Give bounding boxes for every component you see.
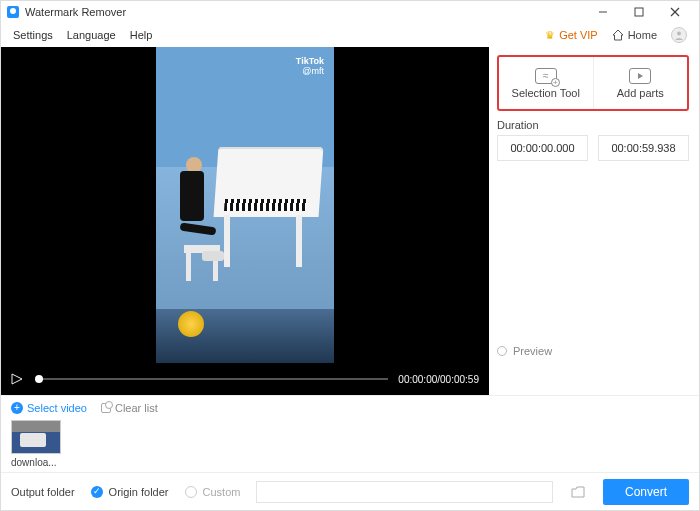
home-button[interactable]: Home [604, 29, 665, 41]
player-column: TikTok @mft 00:00:00/00:00:59 [1, 47, 489, 395]
duration-label: Duration [497, 119, 689, 131]
account-avatar[interactable] [671, 27, 687, 43]
clear-list-button[interactable]: Clear list [101, 402, 158, 414]
titlebar: Watermark Remover [1, 1, 699, 23]
menubar: Settings Language Help ♛ Get VIP Home [1, 23, 699, 47]
clear-list-icon [101, 403, 111, 413]
footer: Output folder ✓ Origin folder Custom Con… [1, 472, 699, 510]
video-frame: TikTok @mft [156, 47, 334, 363]
time-total: 00:00:59 [440, 374, 479, 385]
svg-rect-1 [635, 8, 643, 16]
custom-folder-radio[interactable]: Custom [185, 486, 241, 498]
svg-marker-5 [12, 374, 22, 384]
browse-folder-button[interactable] [569, 483, 587, 501]
output-folder-label: Output folder [11, 486, 75, 498]
thumbnail-label: downloa... [11, 457, 61, 468]
custom-folder-label: Custom [203, 486, 241, 498]
end-time-field[interactable]: 00:00:59.938 [598, 135, 689, 161]
tool-row: ≈ + Selection Tool Add parts [497, 55, 689, 111]
main: TikTok @mft 00:00:00/00:00:59 ≈ + Select… [1, 47, 699, 395]
preview-toggle[interactable]: Preview [497, 345, 689, 357]
thumbnail-image [11, 420, 61, 454]
play-button[interactable] [11, 372, 25, 386]
origin-folder-label: Origin folder [109, 486, 169, 498]
crown-icon: ♛ [545, 29, 555, 42]
tiktok-watermark: TikTok @mft [296, 57, 324, 77]
selection-tool-icon: ≈ + [535, 68, 557, 84]
preview-radio-icon [497, 346, 507, 356]
menu-settings[interactable]: Settings [7, 27, 59, 43]
tiktok-handle: @mft [302, 67, 324, 77]
selection-tool-button[interactable]: ≈ + Selection Tool [499, 57, 593, 109]
plus-circle-icon: + [11, 402, 23, 414]
select-video-label: Select video [27, 402, 87, 414]
add-parts-label: Add parts [617, 87, 664, 99]
preview-label: Preview [513, 345, 552, 357]
close-button[interactable] [657, 1, 693, 23]
add-parts-button[interactable]: Add parts [593, 57, 688, 109]
menu-help[interactable]: Help [124, 27, 159, 43]
duration-row: 00:00:00.000 00:00:59.938 [497, 135, 689, 161]
start-time-field[interactable]: 00:00:00.000 [497, 135, 588, 161]
app-title: Watermark Remover [25, 6, 126, 18]
home-icon [612, 29, 624, 41]
minimize-button[interactable] [585, 1, 621, 23]
svg-point-4 [677, 32, 681, 36]
convert-button[interactable]: Convert [603, 479, 689, 505]
get-vip-button[interactable]: ♛ Get VIP [539, 29, 604, 42]
seek-slider[interactable] [35, 378, 388, 380]
selection-tool-label: Selection Tool [512, 87, 580, 99]
app-logo-icon [7, 6, 19, 18]
right-panel: ≈ + Selection Tool Add parts Duration 00… [489, 47, 699, 395]
file-strip-tools: + Select video Clear list [11, 402, 689, 414]
clear-list-label: Clear list [115, 402, 158, 414]
origin-folder-radio[interactable]: ✓ Origin folder [91, 486, 169, 498]
menu-language[interactable]: Language [61, 27, 122, 43]
get-vip-label: Get VIP [559, 29, 598, 41]
player-controls: 00:00:00/00:00:59 [1, 363, 489, 395]
file-thumbnail[interactable]: downloa... [11, 420, 61, 468]
seek-handle[interactable] [35, 375, 43, 383]
add-parts-icon [629, 68, 651, 84]
video-viewport[interactable]: TikTok @mft [1, 47, 489, 363]
time-current: 00:00:00 [398, 374, 437, 385]
maximize-button[interactable] [621, 1, 657, 23]
radio-unchecked-icon [185, 486, 197, 498]
home-label: Home [628, 29, 657, 41]
output-path-field[interactable] [256, 481, 553, 503]
select-video-button[interactable]: + Select video [11, 402, 87, 414]
file-strip: + Select video Clear list downloa... [1, 395, 699, 472]
radio-checked-icon: ✓ [91, 486, 103, 498]
